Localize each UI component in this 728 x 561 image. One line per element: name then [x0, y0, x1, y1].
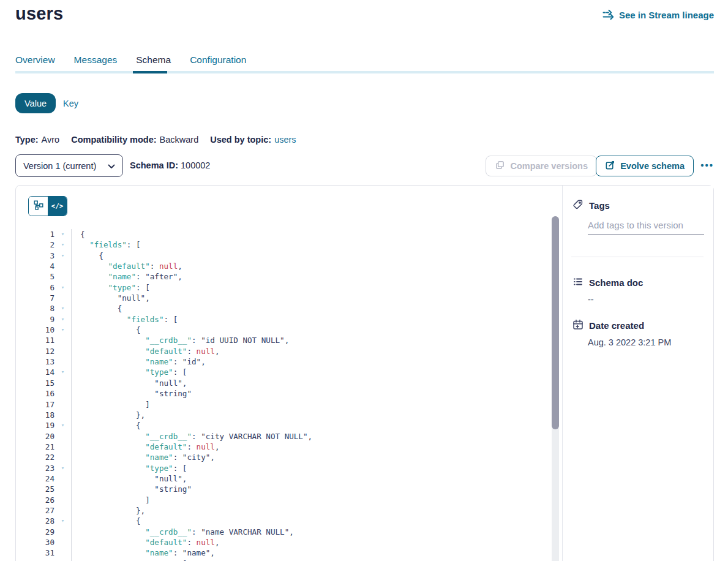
tab-overview[interactable]: Overview: [15, 55, 55, 66]
token-text: {: [80, 230, 85, 239]
code-text: ]: [71, 399, 552, 410]
fold-toggle-icon[interactable]: ▾: [54, 229, 71, 239]
code-text: "name": "city",: [71, 452, 552, 462]
code-line: 4 "default": null,: [16, 261, 552, 271]
token-key: "__crdb__": [145, 336, 192, 345]
fold-toggle-icon[interactable]: ▾: [54, 303, 71, 314]
fold-toggle-icon[interactable]: ▾: [54, 516, 71, 526]
copy-icon: [495, 160, 505, 172]
tab-configuration[interactable]: Configuration: [190, 55, 246, 66]
code-line: 30 "default": null,: [16, 537, 552, 548]
key-toggle-link[interactable]: Key: [63, 99, 78, 108]
value-toggle-button[interactable]: Value: [15, 93, 56, 113]
more-options-button[interactable]: •••: [700, 160, 714, 170]
fold-spacer: [54, 452, 71, 462]
fold-spacer: [54, 293, 71, 303]
line-number: 2: [16, 239, 54, 250]
token-text: {: [118, 304, 122, 313]
fold-spacer: [54, 346, 71, 356]
code-line: 18 },: [16, 410, 552, 420]
code-line: 1▾{: [16, 229, 552, 239]
line-number: 19: [16, 420, 54, 431]
code-text: "__crdb__": "city VARCHAR NOT NULL",: [71, 431, 552, 442]
code-line: 13 "name": "id",: [16, 356, 552, 367]
code-line: 9▾ "fields": [: [16, 314, 552, 325]
token-text: {: [136, 516, 141, 525]
schema-id: Schema ID: 100002: [130, 160, 210, 170]
token-text: "null",: [154, 378, 187, 388]
tags-section-header: Tags: [563, 199, 713, 212]
code-text: "default": null,: [71, 261, 552, 271]
stream-lineage-link[interactable]: See in Stream lineage: [602, 9, 714, 20]
code-text: {: [71, 325, 552, 335]
fold-spacer: [54, 537, 71, 548]
token-text: : [: [164, 315, 178, 324]
fold-toggle-icon[interactable]: ▾: [54, 239, 71, 250]
code-line: 19▾ {: [16, 420, 552, 431]
evolve-schema-button[interactable]: Evolve schema: [596, 156, 694, 176]
token-text: ,: [178, 262, 182, 271]
code-text: "fields": [: [71, 314, 552, 325]
token-text: ,: [215, 538, 220, 547]
compare-versions-button[interactable]: Compare versions: [486, 156, 597, 176]
fold-toggle-icon[interactable]: ▾: [54, 463, 71, 473]
version-bar: Version 1 (current) Schema ID: 100002 Co…: [15, 154, 714, 178]
token-text: : [: [173, 464, 187, 473]
tags-input[interactable]: [588, 220, 704, 235]
code-text: {: [71, 229, 552, 239]
token-null: null: [159, 262, 178, 271]
code-text: "null",: [71, 293, 552, 303]
code-line: 28▾ {: [16, 516, 552, 526]
token-key: "default": [145, 442, 187, 451]
meta-compat: Compatibility mode:Backward: [71, 135, 198, 145]
line-number: 13: [16, 356, 54, 367]
token-text: : [: [136, 283, 150, 292]
code-text: "default": null,: [71, 442, 552, 452]
fold-toggle-icon[interactable]: ▾: [54, 325, 71, 335]
token-text: : [: [173, 559, 187, 561]
line-number: 10: [16, 325, 54, 335]
code-line: 31 "name": "name",: [16, 548, 552, 558]
fold-spacer: [54, 484, 71, 494]
fold-toggle-icon[interactable]: ▾: [54, 420, 71, 431]
line-number: 25: [16, 484, 54, 494]
code-line: 24 "null",: [16, 473, 552, 484]
fold-toggle-icon[interactable]: ▾: [54, 282, 71, 293]
fold-toggle-icon[interactable]: ▾: [54, 314, 71, 325]
line-number: 9: [16, 314, 54, 325]
line-number: 16: [16, 388, 54, 399]
line-number: 8: [16, 303, 54, 314]
fold-toggle-icon[interactable]: ▾: [54, 367, 71, 377]
code-text: {: [71, 250, 552, 261]
code-text: "string": [71, 388, 552, 399]
fold-toggle-icon[interactable]: ▾: [54, 250, 71, 261]
code-text: "default": null,: [71, 537, 552, 548]
code-view-button[interactable]: </>: [48, 197, 67, 216]
code-text: "type": [: [71, 559, 552, 561]
fold-spacer: [54, 505, 71, 516]
token-text: "null",: [118, 293, 150, 303]
token-text: },: [136, 506, 145, 515]
sidebar-divider: [571, 257, 704, 257]
line-number: 22: [16, 452, 54, 462]
tree-view-button[interactable]: [29, 197, 48, 216]
token-key: "type": [145, 464, 173, 473]
scrollbar-thumb[interactable]: [552, 216, 559, 429]
fold-spacer: [54, 271, 71, 282]
details-sidebar: Tags Schema doc -- Date crea: [562, 186, 713, 561]
version-select[interactable]: Version 1 (current): [15, 154, 123, 177]
date-created-title: Date created: [589, 320, 644, 331]
tab-messages[interactable]: Messages: [74, 55, 118, 66]
token-key: "default": [145, 347, 187, 356]
code-line: 2▾ "fields": [: [16, 239, 552, 250]
fold-spacer: [54, 527, 71, 537]
tab-schema[interactable]: Schema: [136, 55, 171, 66]
fold-spacer: [54, 399, 71, 410]
line-number: 18: [16, 410, 54, 420]
code-text: "name": "name",: [71, 548, 552, 558]
line-number: 31: [16, 548, 54, 558]
fold-toggle-icon[interactable]: ▾: [54, 559, 71, 561]
token-key: "default": [145, 538, 187, 547]
topic-link[interactable]: users: [274, 135, 296, 145]
fold-spacer: [54, 431, 71, 442]
